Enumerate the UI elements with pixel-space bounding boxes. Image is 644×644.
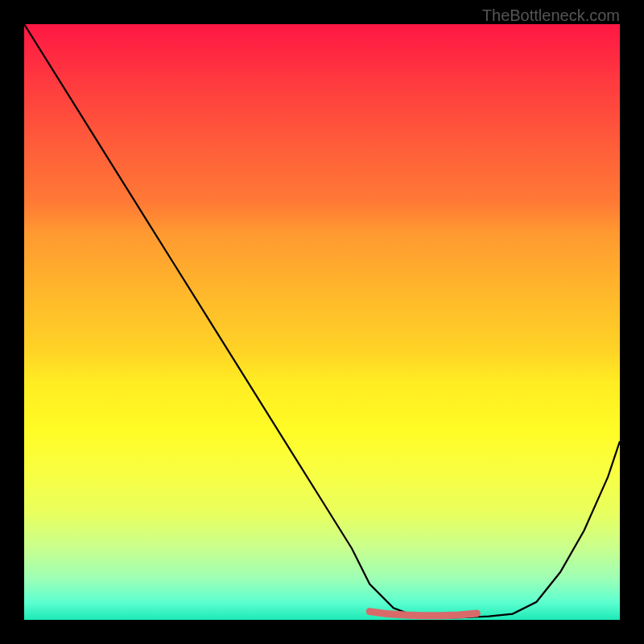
chart-container: TheBottleneck.com [0, 0, 644, 644]
bottleneck-curve [24, 24, 620, 618]
highlight-segment [369, 612, 477, 616]
chart-svg [24, 24, 620, 620]
plot-area [24, 24, 620, 620]
watermark-text: TheBottleneck.com [482, 6, 620, 25]
